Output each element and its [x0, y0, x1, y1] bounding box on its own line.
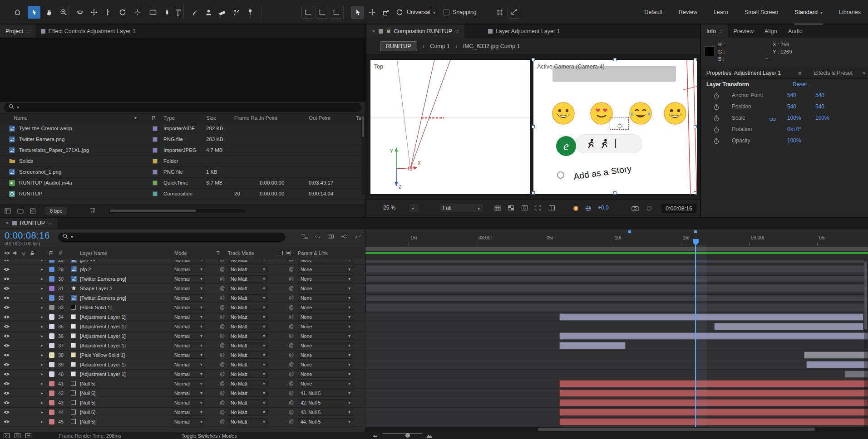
- blend-mode-dropdown[interactable]: Normal▾: [172, 380, 205, 387]
- layer-name[interactable]: [Pale Yellow Solid 1]: [80, 351, 170, 360]
- snapping-checkbox[interactable]: [444, 10, 449, 15]
- layer-visibility-toggle[interactable]: [3, 284, 10, 293]
- label-color-swatch[interactable]: [49, 303, 54, 312]
- interpret-footage-icon[interactable]: [5, 208, 11, 215]
- blend-mode-dropdown[interactable]: Normal▾: [172, 342, 205, 349]
- layer-expander[interactable]: ▸: [41, 293, 43, 302]
- parent-link-dropdown[interactable]: 41. Null 5▾: [298, 390, 353, 397]
- label-color-swatch[interactable]: [49, 284, 54, 293]
- column-t[interactable]: T: [217, 250, 220, 256]
- layer-name[interactable]: [Null 5]: [80, 379, 170, 388]
- stopwatch-icon[interactable]: [714, 115, 719, 123]
- panel-menu-icon[interactable]: ≡: [455, 28, 459, 34]
- parent-pickwhip-icon[interactable]: @: [289, 323, 294, 329]
- layer-name[interactable]: Shape Layer 2: [80, 284, 170, 293]
- close-icon[interactable]: ×: [372, 28, 375, 34]
- track-matte-dropdown[interactable]: No Matt▾: [228, 418, 268, 425]
- transform-value[interactable]: 100%: [815, 115, 829, 121]
- track-matte-pickwhip-icon[interactable]: @: [220, 390, 225, 395]
- parent-pickwhip-icon[interactable]: @: [289, 304, 294, 310]
- project-item-row[interactable]: Twitter Earnera.pngPNG file283 KB: [0, 134, 365, 145]
- transparency-grid-icon[interactable]: [508, 205, 514, 212]
- tab-project[interactable]: Project ≡: [0, 24, 35, 38]
- blend-mode-dropdown[interactable]: Normal▾: [172, 304, 205, 311]
- gizmo-select-button[interactable]: [351, 6, 364, 19]
- layer-expander[interactable]: ▸: [41, 322, 43, 331]
- parent-pickwhip-icon[interactable]: @: [289, 390, 294, 395]
- tab-effect-controls[interactable]: Effect Controls Adjustment Layer 1: [35, 24, 141, 38]
- transform-value[interactable]: 540: [815, 92, 824, 98]
- layer-expander[interactable]: ▸: [41, 303, 43, 312]
- workspace-tab-libraries[interactable]: Libraries: [839, 0, 861, 24]
- layer-duration-bar[interactable]: [559, 418, 868, 425]
- layer-row-37[interactable]: ▸37[Adjustment Layer 1]Normal▾@No Matt▾@…: [0, 341, 365, 351]
- layer-expander[interactable]: ▸: [41, 332, 43, 341]
- layer-duration-bar[interactable]: [365, 275, 868, 283]
- column-in-point[interactable]: In Point: [260, 115, 277, 121]
- layer-name[interactable]: [Twitter Earnera.png]: [80, 274, 170, 283]
- parent-link-dropdown[interactable]: 43. Null 5▾: [298, 409, 353, 416]
- track-matte-dropdown[interactable]: No Matt▾: [228, 260, 268, 263]
- project-item-row[interactable]: RUNITUPComposition200:00:00:000:00:14:04: [0, 189, 365, 200]
- parent-pickwhip-icon[interactable]: @: [289, 314, 294, 319]
- layer-visibility-toggle[interactable]: [3, 417, 10, 426]
- stopwatch-icon[interactable]: [714, 104, 719, 112]
- stopwatch-icon[interactable]: [714, 138, 719, 146]
- selection-handle[interactable]: [532, 125, 535, 128]
- zoom-in-mountain-icon[interactable]: [426, 433, 433, 439]
- layer-duration-bar[interactable]: [559, 342, 626, 349]
- parent-link-dropdown[interactable]: None▾: [298, 266, 353, 273]
- toggle-switches-modes-button[interactable]: Toggle Switches / Modes: [182, 433, 237, 439]
- layer-expander[interactable]: ▸: [41, 398, 43, 407]
- trash-icon[interactable]: [90, 207, 95, 215]
- blend-mode-dropdown[interactable]: Normal▾: [172, 260, 205, 263]
- track-matte-dropdown[interactable]: No Matt▾: [228, 342, 268, 349]
- track-matte-pickwhip-icon[interactable]: @: [220, 266, 225, 272]
- layer-visibility-toggle[interactable]: [3, 303, 10, 312]
- blend-mode-dropdown[interactable]: Normal▾: [172, 266, 205, 273]
- bit-depth-button[interactable]: 8 bpc: [45, 207, 67, 215]
- layer-expander[interactable]: ▸: [41, 379, 43, 388]
- track-matte-dropdown[interactable]: No Matt▾: [228, 266, 268, 273]
- resolution-dropdown[interactable]: Full▾: [439, 204, 483, 213]
- layer-expander[interactable]: ▸: [41, 351, 43, 360]
- layer-expander[interactable]: ▸: [41, 389, 43, 398]
- layer-visibility-toggle[interactable]: [3, 293, 10, 302]
- layer-row-39[interactable]: ▸39[Adjustment Layer 1]Normal▾@No Matt▾@…: [0, 360, 365, 370]
- layer-name[interactable]: [Null 5]: [80, 408, 170, 417]
- track-matte-pickwhip-icon[interactable]: @: [220, 285, 225, 291]
- column-tag[interactable]: Ta: [356, 115, 361, 121]
- track-matte-pickwhip-icon[interactable]: @: [220, 333, 225, 338]
- layer-visibility-toggle[interactable]: [3, 322, 10, 331]
- blend-mode-dropdown[interactable]: Normal▾: [172, 275, 205, 283]
- layer-visibility-toggle[interactable]: [3, 265, 10, 274]
- parent-pickwhip-icon[interactable]: @: [289, 380, 294, 386]
- layer-expander[interactable]: ▸: [41, 284, 43, 293]
- layer-row-42[interactable]: ▸42[Null 5]Normal▾@No Matt▾@41. Null 5▾: [0, 389, 365, 398]
- track-matte-dropdown[interactable]: No Matt▾: [228, 323, 268, 330]
- track-matte-pickwhip-icon[interactable]: @: [220, 276, 225, 281]
- work-area-bar[interactable]: [365, 247, 868, 251]
- label-color-swatch[interactable]: [153, 170, 158, 175]
- layer-row-34[interactable]: ▸34[Adjustment Layer 1]Normal▾@No Matt▾@…: [0, 312, 365, 322]
- label-color-swatch[interactable]: [49, 417, 54, 426]
- panel-menu-icon[interactable]: ≡: [719, 28, 723, 34]
- blend-mode-dropdown[interactable]: Normal▾: [172, 351, 205, 359]
- tab-preview[interactable]: Preview: [728, 24, 759, 38]
- project-item-row[interactable]: RUNITUP (Audio).m4aQuickTime3.7 MB0:00:0…: [0, 178, 365, 189]
- layer-expander[interactable]: ▸: [41, 260, 43, 264]
- track-matte-pickwhip-icon[interactable]: @: [220, 352, 225, 357]
- transform-value[interactable]: 540: [787, 103, 796, 110]
- parent-link-dropdown[interactable]: None▾: [298, 304, 353, 311]
- selection-handle[interactable]: [694, 58, 697, 61]
- parent-pickwhip-icon[interactable]: @: [289, 400, 294, 405]
- view-layout-icon[interactable]: [549, 205, 555, 212]
- current-timecode[interactable]: 0:00:08:16: [5, 230, 50, 241]
- parent-link-dropdown[interactable]: None▾: [298, 351, 353, 359]
- layer-expander[interactable]: ▸: [41, 417, 43, 426]
- label-color-swatch[interactable]: [49, 274, 54, 283]
- time-ruler[interactable]: 15f08:00f05f10f15f09:00f05f: [365, 229, 868, 246]
- track-matte-pickwhip-icon[interactable]: @: [220, 371, 225, 376]
- label-color-swatch[interactable]: [49, 332, 54, 341]
- layer-duration-bar[interactable]: [365, 266, 868, 273]
